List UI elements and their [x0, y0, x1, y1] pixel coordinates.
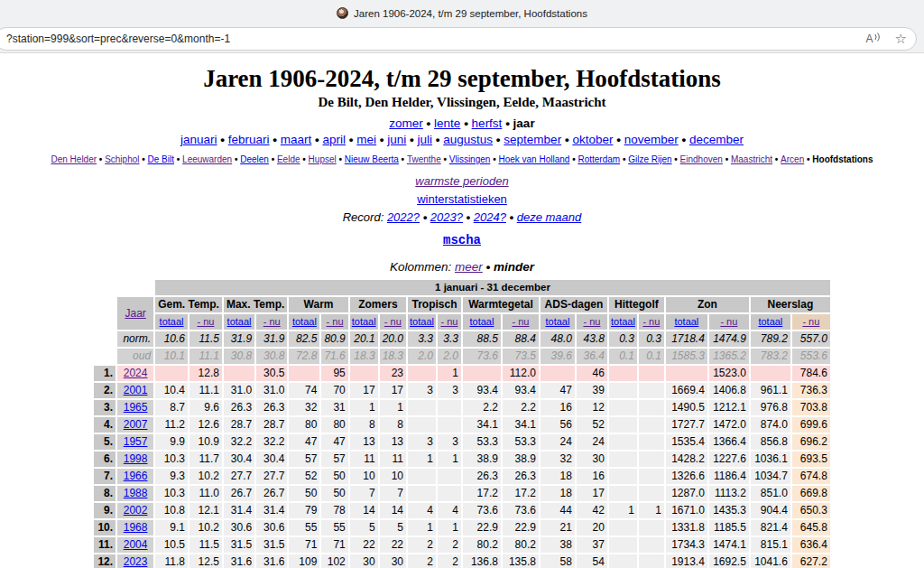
reference-value-cell: 71.6	[321, 349, 347, 364]
station-link-twenthe[interactable]: Twenthe	[407, 154, 441, 164]
year-link-2024[interactable]: 2024	[124, 367, 148, 379]
season-link-herfst[interactable]: herfst	[472, 116, 503, 130]
read-aloud-icon[interactable]: A	[866, 33, 881, 45]
year-link-2001[interactable]: 2001	[124, 384, 148, 396]
seasons-nav: zomer • lente • herfst • jaar	[0, 116, 924, 131]
winterstatistieken-link[interactable]: winterstatistieken	[417, 192, 507, 206]
month-link-november[interactable]: november	[624, 133, 679, 146]
address-bar[interactable]: ?station=999&sort=prec&reverse=0&month=-…	[0, 27, 917, 51]
station-link-arcen[interactable]: Arcen	[781, 154, 804, 164]
rank-spacer	[94, 349, 116, 364]
month-link-maart[interactable]: maart	[281, 133, 312, 146]
month-link-oktober[interactable]: oktober	[572, 133, 613, 146]
station-link-deelen[interactable]: Deelen	[240, 154, 269, 164]
station-link-maastricht[interactable]: Maastricht	[731, 154, 772, 164]
season-link-zomer[interactable]: zomer	[389, 116, 423, 130]
value-cell: 1913.4	[666, 554, 707, 568]
station-link-vlissingen[interactable]: Vlissingen	[449, 154, 491, 164]
station-link-hoek-van-holland[interactable]: Hoek van Holland	[498, 154, 569, 164]
column-group-zon: Zon	[666, 297, 749, 312]
value-cell: 650.3	[792, 503, 830, 518]
sort-nu-gem-temp-link[interactable]: - nu	[197, 316, 214, 327]
year-link-1968[interactable]: 1968	[124, 521, 148, 534]
station-link-de-bilt[interactable]: De Bilt	[148, 154, 174, 164]
sort-totaal-max-temp-link[interactable]: totaal	[227, 316, 252, 327]
month-link-mei[interactable]: mei	[356, 133, 376, 146]
station-link-nieuw-beerta[interactable]: Nieuw Beerta	[345, 154, 399, 164]
value-cell: 8.7	[155, 400, 188, 415]
month-link-juli[interactable]: juli	[418, 133, 433, 146]
year-link-1988[interactable]: 1988	[124, 487, 148, 499]
station-link-hupsel[interactable]: Hupsel	[309, 154, 337, 164]
sort-by-jaar-link[interactable]: Jaar	[125, 307, 145, 320]
bullet-separator: •	[346, 133, 356, 146]
station-link-rotterdam[interactable]: Rotterdam	[578, 154, 620, 164]
sort-totaal-gem-temp-link[interactable]: totaal	[160, 316, 184, 327]
value-cell: 30	[380, 554, 406, 568]
year-link-2007[interactable]: 2007	[124, 418, 148, 431]
sort-totaal-ads-dagen-link[interactable]: totaal	[545, 316, 569, 327]
sort-nu-neerslag-link[interactable]: - nu	[802, 316, 819, 327]
value-cell: 109	[289, 554, 319, 568]
season-link-lente[interactable]: lente	[434, 116, 460, 130]
sort-totaal-tropisch-link[interactable]: totaal	[410, 316, 434, 327]
bullet-separator: •	[620, 154, 628, 164]
year-link-1966[interactable]: 1966	[124, 470, 148, 482]
url-text[interactable]: ?station=999&sort=prec&reverse=0&month=-…	[6, 33, 866, 45]
value-cell: 11.1	[189, 383, 222, 398]
sort-totaal-zon-link[interactable]: totaal	[674, 316, 698, 327]
year-link-1998[interactable]: 1998	[124, 452, 148, 465]
record-link-2023[interactable]: 2023?	[430, 210, 463, 224]
sort-nu-zon-link[interactable]: - nu	[720, 316, 737, 327]
sort-nu-ads-dagen-link[interactable]: - nu	[583, 316, 600, 327]
reference-value-cell: 18.3	[380, 349, 406, 364]
station-link-eelde[interactable]: Eelde	[277, 154, 300, 164]
sort-totaal-hittegolf-link[interactable]: totaal	[611, 316, 635, 327]
sort-totaal-zomers-link[interactable]: totaal	[352, 316, 376, 327]
year-link-1965[interactable]: 1965	[124, 401, 148, 414]
row-number: 8.	[94, 486, 116, 501]
year-link-2004[interactable]: 2004	[124, 538, 148, 551]
kolommen-link-meer[interactable]: meer	[455, 260, 483, 274]
sort-totaal-warmtegetal-link[interactable]: totaal	[469, 316, 494, 327]
mscha-link[interactable]: mscha	[443, 233, 481, 247]
reference-value-cell: 3.3	[438, 331, 461, 347]
sort-nu-zomers-link[interactable]: - nu	[384, 316, 402, 327]
sort-nu-hittegolf-link[interactable]: - nu	[642, 316, 660, 327]
month-link-april[interactable]: april	[323, 133, 346, 146]
year-cell: 1998	[117, 452, 153, 467]
value-cell: 56	[541, 417, 575, 433]
sort-nu-tropisch-link[interactable]: - nu	[440, 316, 457, 327]
month-link-september[interactable]: september	[504, 133, 561, 146]
sort-totaal-neerslag-link[interactable]: totaal	[758, 316, 782, 327]
value-cell: 11	[350, 452, 378, 467]
favorites-star-icon[interactable]: ☆	[895, 32, 907, 45]
month-link-december[interactable]: december	[689, 133, 744, 146]
record-link-2022[interactable]: 2022?	[387, 210, 420, 224]
record-link-deze-maand[interactable]: deze maand	[517, 210, 582, 224]
table-row-1998: 6.199810.311.730.430.4575711111138.938.9…	[94, 452, 830, 467]
month-link-juni[interactable]: juni	[387, 133, 406, 146]
sort-nu-max-temp-link[interactable]: - nu	[263, 316, 281, 327]
month-link-januari[interactable]: januari	[180, 133, 217, 146]
value-cell: 10.5	[155, 537, 188, 553]
year-link-2002[interactable]: 2002	[124, 504, 148, 517]
month-link-augustus[interactable]: augustus	[443, 133, 493, 146]
station-link-leeuwarden[interactable]: Leeuwarden	[182, 154, 232, 164]
sort-nu-warm-link[interactable]: - nu	[327, 316, 344, 327]
record-link-2024[interactable]: 2024?	[474, 210, 506, 224]
sort-totaal-warm-link[interactable]: totaal	[292, 316, 317, 327]
column-group-max-temp: Max. Temp.	[224, 297, 287, 312]
year-link-1957[interactable]: 1957	[124, 435, 148, 448]
station-link-schiphol[interactable]: Schiphol	[105, 154, 139, 164]
station-link-gilze-rijen[interactable]: Gilze Rijen	[628, 154, 671, 164]
month-link-februari[interactable]: februari	[228, 133, 270, 146]
sort-nu-warmtegetal-link[interactable]: - nu	[512, 316, 529, 327]
value-cell: 30.4	[224, 452, 254, 467]
station-link-eindhoven[interactable]: Eindhoven	[680, 154, 723, 164]
warmste-perioden-link[interactable]: warmste perioden	[415, 174, 508, 188]
value-cell: 31.5	[256, 537, 287, 553]
column-group-tropisch: Tropisch	[408, 297, 461, 312]
year-link-2023[interactable]: 2023	[124, 555, 148, 568]
station-link-den-helder[interactable]: Den Helder	[51, 154, 97, 164]
